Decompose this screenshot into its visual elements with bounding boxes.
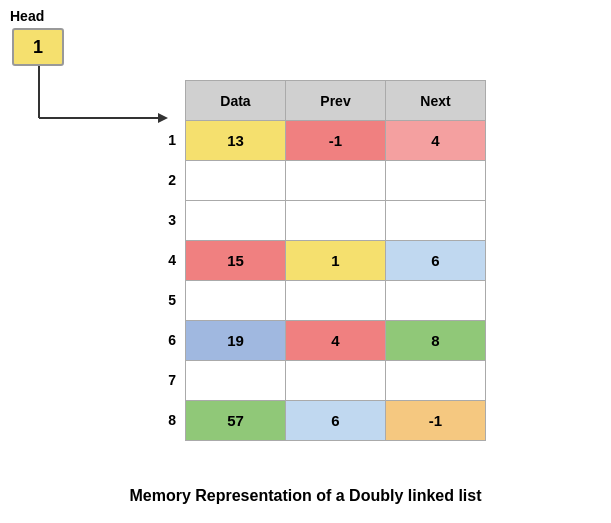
next-cell: 4 (386, 121, 486, 161)
data-cell (186, 201, 286, 241)
data-cell: 15 (186, 241, 286, 281)
arrow-diagram (10, 28, 170, 148)
next-cell (386, 281, 486, 321)
caption: Memory Representation of a Doubly linked… (0, 487, 611, 505)
row-index-5: 5 (162, 280, 182, 320)
prev-cell (286, 201, 386, 241)
table-row: 576-1 (186, 401, 486, 441)
next-cell: 6 (386, 241, 486, 281)
row-index-2: 2 (162, 160, 182, 200)
prev-cell: 1 (286, 241, 386, 281)
row-index-6: 6 (162, 320, 182, 360)
row-labels: 12345678 (162, 120, 182, 440)
row-index-4: 4 (162, 240, 182, 280)
prev-cell (286, 361, 386, 401)
row-index-8: 8 (162, 400, 182, 440)
col-header-prev: Prev (286, 81, 386, 121)
head-label: Head (10, 8, 44, 24)
next-cell (386, 161, 486, 201)
table-row: 13-14 (186, 121, 486, 161)
row-index-7: 7 (162, 360, 182, 400)
table-row (186, 281, 486, 321)
col-header-data: Data (186, 81, 286, 121)
next-cell: -1 (386, 401, 486, 441)
table-row (186, 201, 486, 241)
row-index-3: 3 (162, 200, 182, 240)
col-header-next: Next (386, 81, 486, 121)
data-cell: 19 (186, 321, 286, 361)
next-cell (386, 201, 486, 241)
data-cell (186, 281, 286, 321)
table-row: 1516 (186, 241, 486, 281)
prev-cell (286, 281, 386, 321)
data-cell: 13 (186, 121, 286, 161)
next-cell (386, 361, 486, 401)
prev-cell (286, 161, 386, 201)
table-row: 1948 (186, 321, 486, 361)
table-area: Data Prev Next 13-1415161948576-1 (185, 80, 486, 441)
data-cell (186, 361, 286, 401)
memory-table: Data Prev Next 13-1415161948576-1 (185, 80, 486, 441)
table-row (186, 161, 486, 201)
prev-cell: 4 (286, 321, 386, 361)
data-cell: 57 (186, 401, 286, 441)
row-index-1: 1 (162, 120, 182, 160)
prev-cell: 6 (286, 401, 386, 441)
prev-cell: -1 (286, 121, 386, 161)
data-cell (186, 161, 286, 201)
table-row (186, 361, 486, 401)
next-cell: 8 (386, 321, 486, 361)
